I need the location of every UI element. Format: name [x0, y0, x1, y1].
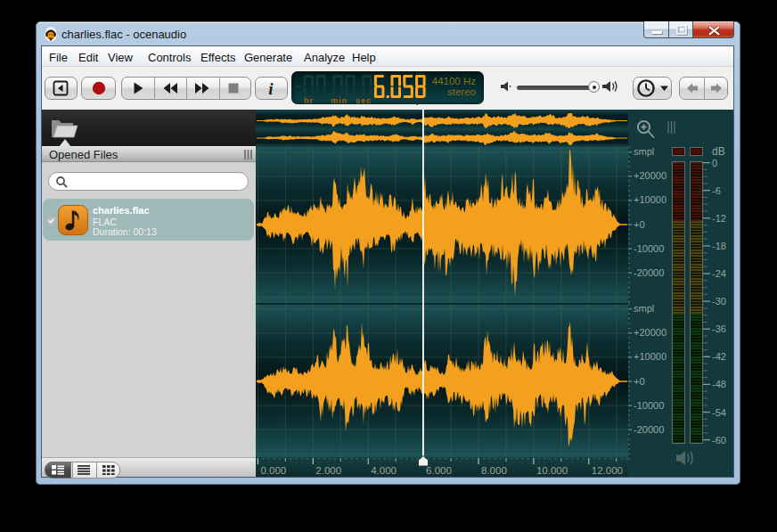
svg-text:6.000: 6.000 — [426, 465, 452, 476]
svg-text:-12: -12 — [712, 213, 726, 224]
svg-text:+20000: +20000 — [634, 170, 667, 181]
svg-text:+20000: +20000 — [634, 327, 667, 338]
svg-text:-30: -30 — [712, 296, 726, 307]
svg-text:+10000: +10000 — [634, 351, 667, 362]
svg-text:44100 Hz: 44100 Hz — [432, 76, 476, 86]
svg-text:0.000: 0.000 — [260, 465, 286, 476]
svg-text:-10000: -10000 — [634, 243, 664, 254]
svg-text:-48: -48 — [712, 379, 726, 389]
svg-text:smpl: smpl — [400, 96, 428, 105]
svg-text:+10000: +10000 — [634, 194, 667, 205]
svg-text:-24: -24 — [712, 268, 726, 279]
svg-text:2.000: 2.000 — [315, 465, 341, 476]
svg-text:-60: -60 — [712, 435, 726, 446]
svg-text:-20000: -20000 — [634, 424, 664, 435]
svg-text:sec: sec — [356, 96, 372, 105]
svg-text:10.000: 10.000 — [536, 465, 568, 476]
svg-text:-6: -6 — [712, 185, 721, 196]
svg-text:-54: -54 — [712, 407, 726, 418]
svg-text:-36: -36 — [712, 323, 726, 334]
svg-text:hr: hr — [304, 96, 314, 105]
svg-text:12.000: 12.000 — [592, 465, 623, 476]
svg-text:+0: +0 — [634, 219, 645, 230]
svg-text:smpl: smpl — [634, 303, 654, 314]
svg-text:-20000: -20000 — [634, 267, 664, 278]
svg-text:smpl: smpl — [634, 146, 654, 157]
svg-text:-42: -42 — [712, 351, 726, 362]
svg-text:+0: +0 — [634, 376, 645, 387]
svg-text:i: i — [268, 79, 274, 98]
svg-text:dB: dB — [712, 145, 725, 158]
svg-text:stereo: stereo — [447, 86, 476, 97]
svg-text:4.000: 4.000 — [371, 465, 397, 476]
svg-text:0: 0 — [712, 158, 717, 168]
svg-text:-18: -18 — [712, 241, 726, 251]
svg-text:min: min — [331, 96, 348, 105]
svg-text:8.000: 8.000 — [481, 465, 507, 476]
svg-text:-10000: -10000 — [634, 400, 664, 411]
